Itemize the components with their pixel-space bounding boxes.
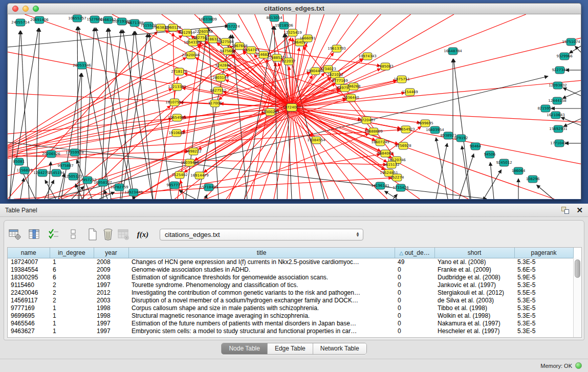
import-table-icon[interactable] — [116, 227, 131, 242]
table-row[interactable]: 1938455462009Genome-wide association stu… — [8, 266, 573, 273]
network-window-titlebar[interactable]: citations_edges.txt — [7, 3, 581, 14]
function-builder-icon[interactable]: f(x) — [135, 227, 150, 242]
svg-text:14196141: 14196141 — [371, 184, 389, 188]
graph-node[interactable]: 9227343 — [552, 67, 568, 74]
svg-text:15720407: 15720407 — [357, 118, 376, 122]
table-row[interactable]: 946362711997Embryonic stem cells: a mode… — [8, 327, 573, 335]
memory-status-label: Memory: OK — [540, 363, 572, 369]
svg-text:9975887: 9975887 — [57, 164, 73, 168]
svg-text:10655257: 10655257 — [68, 16, 86, 20]
column-header-out_de[interactable]: △out_de… — [395, 248, 434, 258]
table-scrollbar[interactable] — [573, 258, 581, 337]
scrollbar-thumb[interactable] — [575, 259, 580, 278]
graph-node[interactable]: 1154469 — [402, 89, 418, 96]
float-panel-icon[interactable] — [561, 207, 569, 214]
svg-text:19218506: 19218506 — [275, 24, 293, 28]
graph-node[interactable]: 16033809 — [199, 16, 217, 23]
select-rows-icon[interactable] — [46, 227, 61, 242]
column-header-in_degree[interactable]: in_degree — [50, 248, 94, 258]
new-table-icon[interactable] — [85, 227, 100, 242]
graph-node[interactable]: 18107554 — [165, 99, 184, 106]
graph-node[interactable]: 16782759 — [110, 184, 128, 191]
node-table[interactable]: namein_degreeyeartitle△out_de…shortpager… — [8, 248, 574, 335]
svg-text:1910688: 1910688 — [168, 131, 184, 135]
row-height-icon[interactable] — [66, 227, 81, 242]
graph-node[interactable]: 9245012 — [496, 159, 512, 166]
table-row[interactable]: 1872400712008Changes of HCN gene express… — [8, 258, 573, 266]
tab-network-table[interactable]: Network Table — [313, 343, 366, 354]
tab-edge-table[interactable]: Edge Table — [268, 343, 313, 354]
close-window-icon[interactable] — [12, 6, 18, 12]
table-row[interactable]: 977716911998Corpus callosum shape and si… — [8, 304, 573, 312]
graph-node[interactable]: 85081 — [13, 158, 25, 165]
svg-text:1666091: 1666091 — [299, 36, 315, 40]
minimize-window-icon[interactable] — [23, 6, 29, 12]
graph-node[interactable]: 15692931 — [549, 125, 568, 133]
table-row[interactable]: 1830029562008Estimation of significance … — [8, 273, 573, 281]
maximize-window-icon[interactable] — [33, 6, 39, 12]
graph-node[interactable]: 22420046 — [182, 52, 200, 59]
graph-node[interactable]: 15718485 — [200, 184, 218, 191]
table-row[interactable]: 911546021997Tourette syndrome. Phenomeno… — [8, 281, 573, 289]
graph-node[interactable]: 186064 — [512, 167, 526, 174]
column-header-title[interactable]: title — [128, 248, 395, 258]
graph-node[interactable]: 9699695 — [417, 120, 433, 127]
graph-node[interactable]: 18300295 — [261, 108, 279, 116]
table-row[interactable]: 1456911722003Disruption of a novel membe… — [8, 296, 573, 304]
graph-node[interactable]: 19613793 — [328, 45, 346, 52]
graph-node[interactable]: 12325419 — [284, 29, 302, 36]
column-header-year[interactable]: year — [94, 248, 128, 258]
table-settings-icon[interactable] — [7, 227, 23, 242]
graph-node[interactable]: 90464 — [470, 143, 482, 150]
graph-node[interactable]: 15751074 — [562, 38, 580, 46]
graph-node[interactable]: 9329966 — [556, 53, 573, 60]
network-graph[interactable]: 2405571420691406106552571527602646616210… — [8, 14, 581, 199]
svg-text:16648784: 16648784 — [444, 49, 462, 53]
table-row[interactable]: 2242004622012Investigating the contribut… — [8, 289, 573, 296]
graph-node[interactable]: 16648784 — [444, 48, 462, 55]
svg-text:9777169: 9777169 — [332, 79, 347, 83]
graph-node[interactable]: 19218506 — [275, 22, 293, 29]
graph-node[interactable]: 8960128 — [165, 24, 181, 31]
graph-node[interactable]: 1910688 — [168, 129, 184, 137]
table-row[interactable]: 969969511998Structural magnetic resonanc… — [8, 312, 573, 319]
graph-node[interactable]: 16914479 — [190, 172, 209, 179]
graph-node[interactable]: 7125402 — [171, 171, 187, 179]
svg-text:12444158: 12444158 — [548, 99, 567, 103]
table-row[interactable]: 946554611997Estimation of the future num… — [8, 319, 573, 327]
graph-node[interactable]: 10655257 — [68, 15, 86, 22]
graph-node[interactable]: 9242848 — [215, 62, 231, 69]
graph-node[interactable]: 16403954 — [426, 126, 444, 134]
graph-node[interactable]: 8215953 — [537, 105, 553, 112]
graph-node[interactable]: 10974343 — [358, 53, 377, 60]
delete-table-icon[interactable] — [100, 227, 116, 242]
close-panel-icon[interactable]: ✕ — [576, 207, 583, 214]
network-graph-canvas[interactable]: 2405571420691406106552571527602646616210… — [7, 14, 581, 199]
table-panel: Table Panel ✕ — [0, 204, 588, 372]
graph-node[interactable]: 8813054 — [266, 14, 282, 21]
column-select-icon[interactable] — [27, 227, 42, 242]
graph-node[interactable]: 14196141 — [371, 182, 389, 189]
graph-node[interactable]: 94506 — [484, 151, 496, 158]
graph-node[interactable]: 679192 — [454, 135, 468, 142]
svg-text:2803144: 2803144 — [212, 76, 229, 80]
graph-node[interactable]: 24055714 — [11, 19, 30, 26]
graph-node[interactable]: 252274 — [390, 174, 404, 181]
graph-node[interactable]: 19654923 — [397, 126, 415, 133]
table-selector-dropdown[interactable]: citations_edges.txt ▲▼ — [160, 229, 363, 240]
svg-text:8427552: 8427552 — [210, 89, 226, 93]
svg-text:16782759: 16782759 — [110, 185, 128, 189]
graph-node[interactable]: 1733426 — [393, 184, 409, 191]
graph-node[interactable]: 1145194 — [48, 169, 64, 177]
column-header-short[interactable]: short — [434, 248, 514, 258]
graph-node[interactable]: 108296 — [526, 176, 540, 183]
graph-node[interactable]: 12093832 — [549, 82, 567, 89]
column-header-name[interactable]: name — [8, 248, 50, 258]
svg-text:12325419: 12325419 — [284, 31, 302, 35]
svg-text:8454749: 8454749 — [243, 48, 259, 52]
column-header-pagerank[interactable]: pagerank — [514, 248, 573, 258]
graph-node[interactable]: 117006 — [208, 100, 222, 107]
graph-node[interactable]: 1875751 — [394, 76, 409, 83]
graph-node[interactable]: 17710433 — [550, 140, 569, 147]
tab-node-table[interactable]: Node Table — [222, 343, 268, 354]
